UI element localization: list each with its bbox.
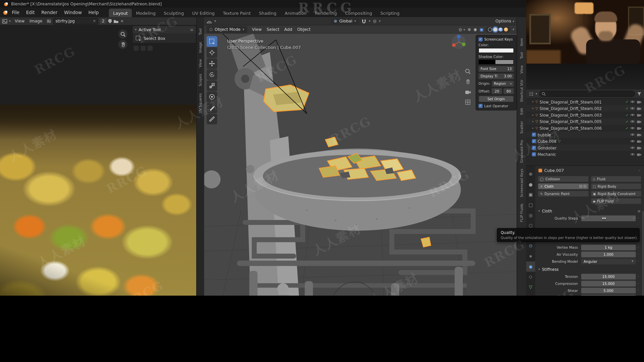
presets-icon[interactable]: ≡ xyxy=(637,209,641,213)
property-field[interactable]: Angular▾ xyxy=(581,258,636,264)
pan-hand-control[interactable] xyxy=(118,40,127,49)
viewport-zoom-icon[interactable] xyxy=(463,66,473,76)
properties-tab[interactable]: ⊕ xyxy=(526,169,535,179)
decorator-dot[interactable]: ◦ xyxy=(636,289,641,292)
viewport-editor-type-icon[interactable] xyxy=(207,19,212,24)
workspace-tab[interactable]: Compositing xyxy=(341,9,376,17)
enabled-check-icon[interactable]: ✓ xyxy=(626,107,628,110)
workspace-tab[interactable]: Sculpting xyxy=(160,9,188,17)
display-time-slider[interactable]: Display Ti3.00 xyxy=(479,73,514,79)
workspace-tab[interactable]: Animation xyxy=(280,9,311,17)
camera-icon[interactable] xyxy=(637,146,642,150)
font-size-slider[interactable]: Font Size13 xyxy=(479,66,514,72)
viewport-camera-icon[interactable] xyxy=(463,87,473,97)
eye-icon[interactable] xyxy=(630,146,635,150)
wireframe-shading-icon[interactable] xyxy=(488,27,492,31)
sidebar-tab[interactable]: Tool xyxy=(519,49,524,62)
tool-option-button[interactable] xyxy=(133,45,139,51)
properties-tab[interactable]: ● xyxy=(526,179,535,190)
eye-icon[interactable] xyxy=(630,100,635,104)
set-origin-button[interactable]: Set Origin xyxy=(479,96,514,102)
stirfry-image[interactable] xyxy=(0,105,196,296)
menu-item[interactable]: View xyxy=(12,18,27,24)
workspace-tab[interactable]: Shading xyxy=(255,9,281,17)
menu-item[interactable]: Add xyxy=(282,26,294,32)
physics-button[interactable]: ◯ Collision xyxy=(538,176,589,182)
camera-icon[interactable] xyxy=(637,133,642,137)
offset-x-field[interactable]: 20 xyxy=(492,88,502,94)
enabled-check-icon[interactable]: ✓ xyxy=(626,100,628,104)
sidebar-tab[interactable]: FLIP Fluids xyxy=(519,201,524,225)
eye-icon[interactable] xyxy=(630,106,635,110)
workspace-tab[interactable]: Scripting xyxy=(376,9,404,17)
outliner-row[interactable]: • ✓ ▽ Gondolier ▽ ✓ xyxy=(526,144,644,151)
overlays-toggle-icon[interactable]: ◉ xyxy=(474,27,477,32)
stiffness-header[interactable]: ▾Stiffness xyxy=(538,266,641,273)
transform-tool-button[interactable] xyxy=(207,92,217,102)
properties-tab[interactable]: ⊙ xyxy=(526,241,535,251)
checkbox-checked-icon[interactable]: ✓ xyxy=(479,37,483,41)
eye-icon[interactable] xyxy=(630,126,635,130)
options-dropdown[interactable]: Options ▾ xyxy=(495,19,514,23)
decorator-dot[interactable]: ◦ xyxy=(636,282,641,285)
camera-icon[interactable] xyxy=(637,126,642,130)
xray-toggle-icon[interactable]: ▣ xyxy=(480,27,484,32)
decorator-dot[interactable]: ◦ xyxy=(636,259,641,263)
camera-icon[interactable] xyxy=(637,139,642,143)
measure-tool-button[interactable] xyxy=(207,114,217,124)
outliner-row[interactable]: • ✓ ▽ Slow_Diagonal_Drift_Steam.002 ▽ ✓ xyxy=(526,105,644,112)
outliner-search-input[interactable] xyxy=(539,91,635,97)
physics-button[interactable]: ◆ FLIP Fluid xyxy=(590,198,641,204)
chevron-down-icon[interactable]: ▾ xyxy=(369,19,370,23)
outliner-row[interactable]: • ✓ ▽ Slow_Diagonal_Drift_Steam.006 ▽ ✓ xyxy=(526,125,644,131)
menu-item[interactable]: File xyxy=(9,8,23,16)
proportional-editing-icon[interactable]: ◎ xyxy=(373,19,377,23)
cloth-section-header[interactable]: ▾ Cloth ≡ xyxy=(538,208,641,215)
viewport-pan-hand-icon[interactable] xyxy=(463,77,473,86)
scrollbar[interactable] xyxy=(642,211,644,296)
slider-left-arrow-icon[interactable]: ‹ xyxy=(582,216,584,220)
eye-icon[interactable] xyxy=(630,119,635,123)
property-field[interactable]: 15.000 xyxy=(581,274,636,279)
filter-funnel-icon[interactable] xyxy=(637,92,641,96)
fake-user-shield-icon[interactable] xyxy=(108,19,112,23)
property-field[interactable]: 5.000 xyxy=(581,288,636,293)
menu-item[interactable]: Image xyxy=(27,18,45,24)
enabled-check-icon[interactable]: ✓ xyxy=(626,126,628,130)
eye-icon[interactable] xyxy=(630,152,635,156)
properties-tab[interactable]: ▽ xyxy=(526,282,535,292)
menu-item[interactable]: View xyxy=(250,26,264,32)
properties-tab[interactable]: ∗ xyxy=(526,251,535,261)
tool-option-button[interactable] xyxy=(140,45,146,51)
outliner-row[interactable]: • ✓ ▽ bubble ▽ ✓ xyxy=(526,131,644,138)
properties-tab[interactable]: □ xyxy=(526,200,535,210)
workspace-tab[interactable]: Texture Paint xyxy=(219,9,255,17)
menu-item[interactable]: Select xyxy=(264,26,282,32)
eye-icon[interactable] xyxy=(630,113,635,117)
sidebar-tab[interactable]: UV Squares xyxy=(198,90,203,116)
gizmos-toggle-icon[interactable]: ⊕ xyxy=(468,27,471,32)
physics-button[interactable]: ◇ Fluid xyxy=(590,176,641,182)
collection-checkbox-icon[interactable]: ✓ xyxy=(532,146,536,150)
outliner-row[interactable]: • ✓ ▽ Slow_Diagonal_Drift_Steam.001 ▽ ✓ xyxy=(526,99,644,105)
scale-tool-button[interactable] xyxy=(207,80,217,91)
enabled-check-icon[interactable]: ✓ xyxy=(626,113,628,117)
folder-open-icon[interactable] xyxy=(114,19,119,23)
mode-dropdown[interactable]: ▢ Object Mode ▾ xyxy=(207,26,247,33)
rendered-shading-icon[interactable] xyxy=(504,27,508,31)
outliner-row[interactable]: • ✓ ▽ Slow_Diagonal_Drift_Steam.005 ▽ ✓ xyxy=(526,118,644,125)
image-name-field[interactable]: stirfry.jpg ✕ xyxy=(53,18,98,24)
collection-checkbox-icon[interactable]: ✓ xyxy=(532,152,536,156)
material-shading-icon[interactable] xyxy=(499,27,503,31)
physics-button[interactable]: □ Rigid Body xyxy=(590,183,641,190)
chevron-down-icon[interactable]: ▾ xyxy=(513,27,514,31)
pin-icon[interactable]: ◦ xyxy=(638,168,641,172)
sidebar-tab[interactable]: Edit xyxy=(519,105,524,118)
blender-app-icon[interactable] xyxy=(2,9,8,15)
tool-option-button[interactable] xyxy=(147,45,153,51)
sidebar-tab[interactable]: Graswald Pro xyxy=(519,137,524,166)
viewport-perspective-toggle-icon[interactable] xyxy=(463,97,473,107)
camera-icon[interactable] xyxy=(637,100,642,104)
outliner-row[interactable]: • ✓ ▽ Slow_Diagonal_Drift_Steam.003 ▽ ✓ xyxy=(526,112,644,118)
camera-icon[interactable] xyxy=(637,113,642,117)
